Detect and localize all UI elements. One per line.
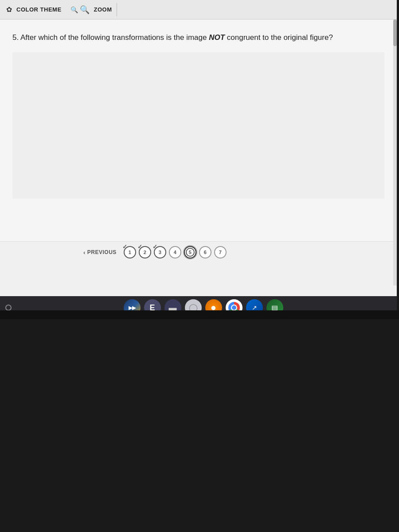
taskbar-circle (5, 305, 12, 311)
scrollbar-thumb[interactable] (393, 20, 397, 46)
search-icons-group: 🔍 🔍 (70, 5, 90, 15)
scrollbar[interactable] (393, 20, 397, 286)
browser-window: ✿ COLOR THEME 🔍 🔍 ZOOM 5. After which of… (0, 0, 397, 310)
page-number-3: 3 (159, 250, 161, 255)
image-placeholder (12, 52, 384, 199)
media-icon: ▶▶ (129, 305, 136, 311)
search-icon-large[interactable]: 🔍 (80, 5, 90, 15)
toolbar: ✿ COLOR THEME 🔍 🔍 ZOOM (0, 0, 397, 20)
page-circle-3[interactable]: 3 (154, 246, 166, 258)
page-circle-6[interactable]: 6 (199, 246, 211, 258)
question-text: 5. After which of the following transfor… (12, 32, 376, 43)
page-number-5: 5 (189, 250, 192, 255)
keyboard-area (0, 319, 399, 532)
previous-button[interactable]: ‹ PREVIOUS (80, 247, 120, 258)
page-number-4: 4 (174, 250, 176, 255)
toolbar-title: COLOR THEME (16, 6, 62, 13)
page-circle-1[interactable]: 1 (124, 246, 136, 258)
page-number-7: 7 (219, 250, 222, 255)
page-circles: 1 2 3 4 5 6 7 (124, 246, 227, 258)
chevron-left-icon: ‹ (83, 249, 86, 256)
zoom-label: ZOOM (94, 6, 112, 13)
page-circle-5[interactable]: 5 (184, 246, 196, 258)
page-number-6: 6 (204, 250, 207, 255)
page-circle-4[interactable]: 4 (169, 246, 181, 258)
question-area: 5. After which of the following transfor… (0, 20, 397, 241)
toolbar-divider (117, 3, 117, 16)
page-circle-2[interactable]: 2 (139, 246, 151, 258)
globe-icon: ✿ (6, 5, 12, 14)
question-number: 5. (12, 33, 19, 42)
search-icon-small[interactable]: 🔍 (70, 6, 78, 13)
page-number-1: 1 (129, 250, 131, 255)
previous-label: PREVIOUS (87, 249, 117, 255)
page-circle-7[interactable]: 7 (214, 246, 227, 258)
navigation-bar: ‹ PREVIOUS 1 2 3 4 5 (0, 241, 397, 263)
page-number-2: 2 (144, 250, 146, 255)
